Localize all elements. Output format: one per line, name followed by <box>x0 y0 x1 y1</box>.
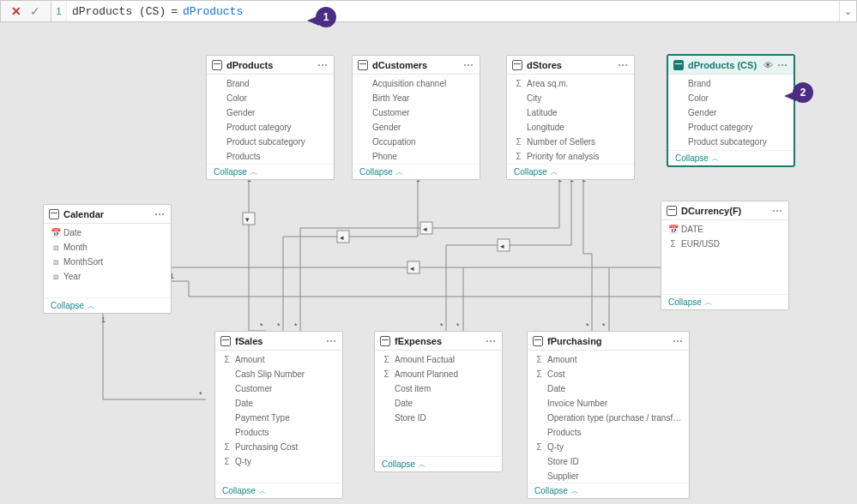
table-Calendar[interactable]: Calendar ⋯ 📅Date⧇Month⧇MonthSort⧇Year Co… <box>43 204 172 314</box>
field-row[interactable]: Date <box>375 396 502 411</box>
field-row[interactable]: ΣAmount Planned <box>375 367 502 381</box>
field-row[interactable]: Store ID <box>528 454 689 469</box>
table-fExpenses[interactable]: fExpenses ⋯ ΣAmount FactualΣAmount Plann… <box>374 331 503 472</box>
more-options-button[interactable]: ⋯ <box>673 335 684 347</box>
field-row[interactable]: Products <box>207 149 334 164</box>
field-row[interactable]: Gender <box>353 120 480 135</box>
field-row[interactable]: ΣQ-ty <box>215 454 342 469</box>
table-icon <box>673 60 684 70</box>
table-header[interactable]: dProducts (CS) 👁 ⋯ <box>668 56 794 75</box>
field-list: ΣAmount FactualΣAmount PlannedCost itemD… <box>375 351 502 456</box>
field-row[interactable]: Supplier <box>528 469 689 483</box>
table-header[interactable]: dCustomers ⋯ <box>353 56 480 75</box>
collapse-button[interactable]: Collapse︿ <box>375 456 502 471</box>
field-row[interactable]: Customer <box>353 105 480 120</box>
field-row[interactable]: Cash Slip Number <box>215 367 342 381</box>
formula-bar-actions: ✕ ✓ <box>1 1 51 21</box>
more-options-button[interactable]: ⋯ <box>326 335 337 347</box>
field-row[interactable]: Acquisition channel <box>353 76 480 91</box>
field-row[interactable]: Products <box>215 425 342 440</box>
table-dProductsCS[interactable]: dProducts (CS) 👁 ⋯ BrandColorGenderProdu… <box>667 55 794 166</box>
field-row[interactable]: ΣAmount Factual <box>375 352 502 367</box>
field-row[interactable]: ΣAmount <box>215 352 342 367</box>
model-canvas[interactable]: 1 * 1 1 ▾ * 1 ◂ * 1 1 1 ◂ ◂ * * * * * <box>0 22 857 504</box>
table-dCustomers[interactable]: dCustomers ⋯ Acquisition channelBirth Ye… <box>352 55 480 180</box>
table-header[interactable]: fSales ⋯ <box>215 332 342 351</box>
field-row[interactable]: ΣAmount <box>528 352 689 367</box>
more-options-button[interactable]: ⋯ <box>618 59 629 71</box>
field-row[interactable]: Products <box>528 425 689 440</box>
table-header[interactable]: DCurrency(F) ⋯ <box>661 201 788 220</box>
table-DCurrency[interactable]: DCurrency(F) ⋯ 📅DATEΣEUR/USD Collapse︿ <box>661 201 789 310</box>
table-dStores[interactable]: dStores ⋯ ΣArea sq.m.CityLatitudeLongitu… <box>506 55 635 180</box>
field-row[interactable]: Date <box>528 381 689 396</box>
more-options-button[interactable]: ⋯ <box>317 59 329 71</box>
more-options-button[interactable]: ⋯ <box>772 205 783 217</box>
field-row[interactable]: Birth Year <box>353 91 480 105</box>
more-options-button[interactable]: ⋯ <box>486 335 497 347</box>
field-row[interactable]: City <box>507 91 634 105</box>
field-row[interactable]: Longitude <box>507 120 634 135</box>
field-row[interactable]: Cost item <box>375 381 502 396</box>
collapse-button[interactable]: Collapse︿ <box>207 164 334 179</box>
more-options-button[interactable]: ⋯ <box>463 59 474 71</box>
table-fPurchasing[interactable]: fPurchasing ⋯ ΣAmountΣCostDateInvoice Nu… <box>527 331 690 499</box>
field-row[interactable]: Color <box>207 91 334 105</box>
field-row[interactable]: Gender <box>207 105 334 120</box>
field-row[interactable]: Payment Type <box>215 411 342 425</box>
collapse-button[interactable]: Collapse︿ <box>661 294 788 309</box>
field-label: Year <box>63 272 81 281</box>
field-row[interactable]: Invoice Number <box>528 396 689 411</box>
field-row[interactable]: ΣNumber of Sellers <box>507 135 634 149</box>
field-row[interactable]: Phone <box>353 149 480 164</box>
collapse-button[interactable]: Collapse︿ <box>668 150 794 165</box>
field-row[interactable]: Brand <box>207 76 334 91</box>
field-row[interactable]: Operation type (purchase / transf… <box>528 411 689 425</box>
table-header[interactable]: dStores ⋯ <box>507 56 634 75</box>
commit-formula-button[interactable]: ✓ <box>30 5 40 17</box>
field-row[interactable]: Product subcategory <box>668 135 794 149</box>
field-row[interactable]: Product subcategory <box>207 135 334 149</box>
table-fSales[interactable]: fSales ⋯ ΣAmountCash Slip NumberCustomer… <box>214 331 343 499</box>
formula-input[interactable]: dProducts (CS) = dProducts <box>67 1 839 21</box>
field-row[interactable]: ⧇MonthSort <box>44 255 171 269</box>
field-row[interactable]: Occupation <box>353 135 480 149</box>
field-row[interactable]: Product category <box>207 120 334 135</box>
field-row[interactable]: Product category <box>668 120 794 135</box>
field-row[interactable]: Brand <box>668 76 794 91</box>
field-row[interactable]: 📅Date <box>44 225 171 240</box>
collapse-button[interactable]: Collapse︿ <box>507 164 634 179</box>
field-row[interactable]: Store ID <box>375 411 502 425</box>
field-row[interactable]: Latitude <box>507 105 634 120</box>
field-label: Brand <box>688 79 711 88</box>
visibility-icon[interactable]: 👁 <box>763 60 773 70</box>
field-row[interactable]: Date <box>215 396 342 411</box>
collapse-button[interactable]: Collapse︿ <box>44 297 171 313</box>
field-row[interactable]: ΣEUR/USD <box>661 237 788 251</box>
field-row[interactable]: ΣPriority for analysis <box>507 149 634 164</box>
field-row[interactable]: 📅DATE <box>661 222 788 237</box>
field-row[interactable]: Customer <box>215 381 342 396</box>
table-header[interactable]: dProducts ⋯ <box>207 56 334 75</box>
more-options-button[interactable]: ⋯ <box>777 59 788 71</box>
field-label: Customer <box>235 384 272 393</box>
callout-badge-2: 2 <box>793 82 813 103</box>
table-dProducts[interactable]: dProducts ⋯ BrandColorGenderProduct cate… <box>206 55 335 180</box>
field-row[interactable]: Gender <box>668 105 794 120</box>
table-header[interactable]: fPurchasing ⋯ <box>528 332 689 351</box>
field-row[interactable]: ΣPurchasing Cost <box>215 440 342 454</box>
field-row[interactable]: ΣCost <box>528 367 689 381</box>
table-header[interactable]: fExpenses ⋯ <box>375 332 502 351</box>
field-row[interactable]: ⧇Month <box>44 240 171 255</box>
collapse-button[interactable]: Collapse︿ <box>353 164 480 179</box>
field-row[interactable]: ΣQ-ty <box>528 440 689 454</box>
field-row[interactable]: Color <box>668 91 794 105</box>
collapse-button[interactable]: Collapse︿ <box>215 483 342 498</box>
cancel-formula-button[interactable]: ✕ <box>11 5 21 17</box>
field-row[interactable]: ⧇Year <box>44 269 171 284</box>
field-row[interactable]: ΣArea sq.m. <box>507 76 634 91</box>
table-header[interactable]: Calendar ⋯ <box>44 205 171 224</box>
formula-expand-button[interactable]: ⌄ <box>839 1 856 21</box>
more-options-button[interactable]: ⋯ <box>154 208 166 220</box>
collapse-button[interactable]: Collapse︿ <box>528 483 689 498</box>
